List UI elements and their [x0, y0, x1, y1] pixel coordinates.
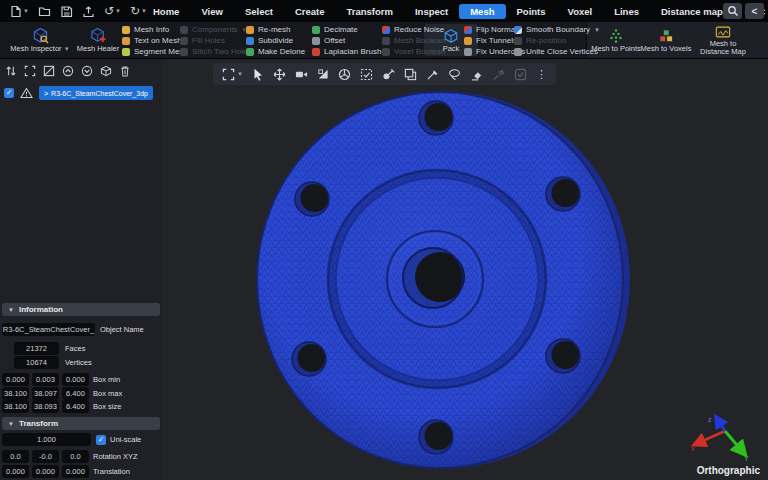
chevron-down-icon: ▼ — [23, 8, 29, 14]
box-min-x-field[interactable]: 0.000 — [2, 373, 29, 386]
segment-mesh-icon — [122, 48, 130, 56]
uni-scale-checkbox[interactable]: ✓ — [96, 435, 106, 445]
application-window: ▼ ↺ ▼ ↻ ▼ Home View Select Cre — [0, 0, 768, 480]
transform-panel-title: Transform — [19, 419, 58, 428]
tab-view[interactable]: View — [190, 4, 233, 19]
save-icon — [60, 5, 73, 18]
object-visibility-checkbox[interactable]: ✓ — [4, 88, 14, 98]
fit-view-button[interactable]: ▼ — [222, 68, 243, 81]
unite-close-vertices-button[interactable]: Unite Close Vertices — [514, 47, 600, 57]
search-button[interactable] — [723, 3, 742, 19]
box-size-x-field[interactable]: 38.100 — [2, 400, 29, 413]
delete-button[interactable] — [119, 63, 131, 81]
laplacian-brush-button[interactable]: Laplacian Brush — [312, 47, 381, 57]
sort-button[interactable] — [5, 63, 17, 81]
orbit-button[interactable] — [338, 68, 351, 81]
smooth-boundary-button[interactable]: Smooth Boundary▼ — [514, 25, 600, 35]
mesh-inspector-button[interactable]: Mesh Inspector ▼ — [8, 22, 72, 58]
transform-panel-header[interactable]: ▼ Transform — [2, 417, 160, 430]
box-size-z-field[interactable]: 6.400 — [62, 400, 89, 413]
tab-create[interactable]: Create — [284, 4, 336, 19]
box-min-y-field[interactable]: 0.003 — [32, 373, 59, 386]
orientation-gizmo[interactable]: x Y z — [680, 407, 758, 463]
undo-button[interactable]: ↺ ▼ — [104, 5, 121, 17]
translation-x-field[interactable]: 0.000 — [2, 465, 29, 478]
collapse-ribbon-button[interactable]: < — [745, 3, 764, 19]
re-mesh-button[interactable]: Re-mesh — [246, 25, 305, 35]
zoom-region-button[interactable] — [317, 68, 329, 80]
spray-button[interactable] — [492, 68, 505, 81]
knife-button[interactable] — [426, 68, 439, 81]
tab-distance-map[interactable]: Distance map — [650, 4, 734, 19]
marquee-select-icon — [360, 68, 373, 81]
tab-mesh[interactable]: Mesh — [459, 4, 505, 19]
subdivide-button[interactable]: Subdivide — [246, 36, 305, 46]
box-min-z-field[interactable]: 0.000 — [62, 373, 89, 386]
move-button[interactable] — [273, 68, 286, 81]
save-button[interactable] — [60, 5, 73, 18]
marquee-select-button[interactable] — [360, 68, 373, 81]
offset-button[interactable]: Offset — [312, 36, 381, 46]
rotation-y-field[interactable]: -0.0 — [32, 450, 59, 463]
object-name-field[interactable]: R3-6C_SteamChestCover_ — [2, 323, 95, 336]
camera-button[interactable] — [295, 68, 308, 81]
move-down-button[interactable] — [81, 63, 93, 81]
tab-inspect[interactable]: Inspect — [404, 4, 459, 19]
mesh-to-distance-map-button[interactable]: Mesh to Distance Map — [692, 22, 754, 58]
information-panel-header[interactable]: ▼ Information — [2, 303, 160, 316]
rotation-x-field[interactable]: 0.0 — [2, 450, 29, 463]
box-max-y-field[interactable]: 38.097 — [32, 387, 59, 400]
3d-viewport[interactable]: ▼ ⋮ x — [163, 58, 768, 480]
segment-mesh-button[interactable]: Segment Mesh — [122, 47, 188, 57]
tab-lines[interactable]: Lines — [603, 4, 650, 19]
move-up-button[interactable] — [62, 63, 74, 81]
box-max-x-field[interactable]: 38.100 — [2, 387, 29, 400]
isolate-button[interactable] — [100, 63, 112, 81]
export-button[interactable] — [82, 5, 95, 18]
text-on-mesh-icon — [122, 37, 130, 45]
mesh-object-steam-chest-cover[interactable] — [163, 59, 768, 480]
tab-home[interactable]: Home — [142, 4, 190, 19]
tab-points[interactable]: Points — [506, 4, 557, 19]
tab-voxel[interactable]: Voxel — [557, 4, 604, 19]
projection-mode-label[interactable]: Orthographic — [697, 465, 760, 476]
app-menu-button[interactable]: ▼ — [9, 5, 29, 18]
eraser-button[interactable] — [470, 68, 483, 81]
decimate-button[interactable]: Decimate — [312, 25, 381, 35]
faces-label: Faces — [65, 342, 85, 355]
translation-z-field[interactable]: 0.000 — [62, 465, 89, 478]
box-size-y-field[interactable]: 38.093 — [32, 400, 59, 413]
vertices-field[interactable]: 10674 — [14, 356, 59, 369]
ribbon-group-repair: Components▼ Fill Holes Stitch Two Holes — [180, 25, 251, 57]
subdivide-icon — [246, 37, 254, 45]
knife-icon — [426, 68, 439, 81]
more-options-button[interactable]: ⋮ — [536, 69, 547, 80]
laplacian-brush-icon — [312, 48, 320, 56]
tab-transform[interactable]: Transform — [335, 4, 403, 19]
lamp-button[interactable] — [382, 68, 395, 81]
faces-field[interactable]: 21372 — [14, 342, 59, 355]
smooth-boundary-icon — [514, 26, 522, 34]
rotation-z-field[interactable]: 0.0 — [62, 450, 89, 463]
box-max-z-field[interactable]: 6.400 — [62, 387, 89, 400]
mesh-info-button[interactable]: Mesh Info — [122, 25, 188, 35]
select-all-button[interactable] — [24, 63, 36, 81]
translation-y-field[interactable]: 0.000 — [32, 465, 59, 478]
uni-scale-field[interactable]: 1.000 — [2, 433, 91, 446]
make-delone-button[interactable]: Make Delone — [246, 47, 305, 57]
mesh-healer-button[interactable]: Mesh Healer — [74, 22, 122, 58]
select-cursor-button[interactable] — [252, 68, 264, 81]
components-button: Components▼ — [180, 25, 251, 35]
mesh-to-voxels-button[interactable]: Mesh to Voxels — [640, 22, 692, 58]
mesh-to-points-button[interactable]: Mesh to Points — [590, 22, 642, 58]
duplicate-button[interactable] — [404, 68, 417, 81]
object-tree-item[interactable]: > R3-6C_SteamChestCover_3dp — [39, 86, 153, 100]
text-on-mesh-button[interactable]: Text on Mesh — [122, 36, 188, 46]
deselect-button[interactable] — [43, 63, 55, 81]
fit-view-icon — [222, 68, 235, 81]
lasso-button[interactable] — [448, 68, 461, 81]
open-button[interactable] — [38, 5, 51, 18]
fix-tunnels-icon — [464, 37, 472, 45]
object-list-toolbar — [5, 63, 131, 81]
tab-select[interactable]: Select — [234, 4, 284, 19]
